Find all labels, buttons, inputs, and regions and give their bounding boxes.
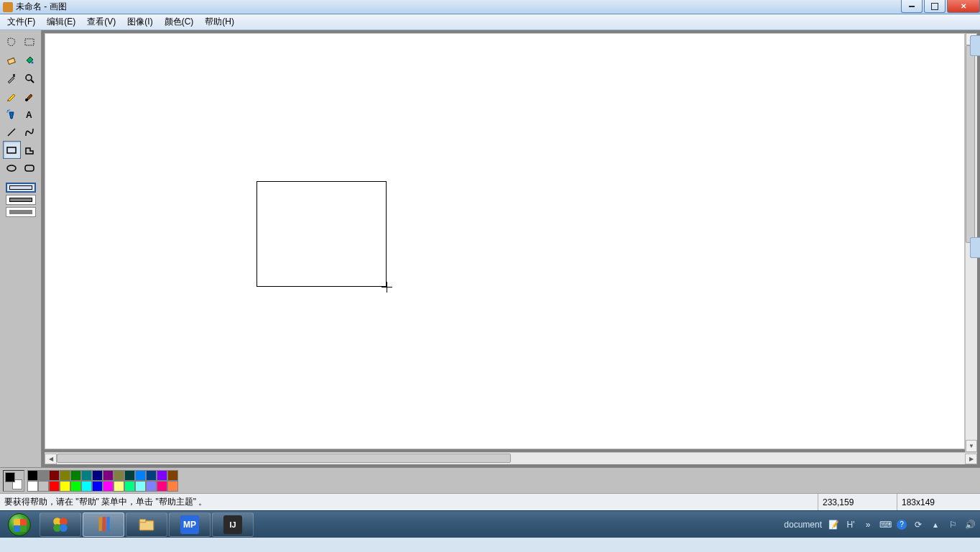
line-tool[interactable] — [3, 123, 21, 141]
toolbar-overflow-tab-2[interactable] — [970, 237, 980, 258]
color-swatch[interactable] — [103, 470, 114, 481]
color-swatch[interactable] — [60, 481, 70, 492]
menu-image[interactable]: 图像(I) — [121, 14, 158, 30]
color-swatch[interactable] — [27, 470, 38, 481]
magnifier-icon — [24, 73, 35, 84]
fill-style-options — [6, 183, 36, 217]
curve-icon — [24, 126, 35, 138]
color-swatch[interactable] — [135, 481, 146, 492]
status-size: 183x149 — [897, 494, 976, 510]
tray-flag-icon[interactable]: ⚐ — [947, 519, 958, 530]
svg-point-14 — [7, 165, 16, 171]
foreground-color[interactable] — [5, 472, 15, 482]
color-swatch[interactable] — [124, 481, 135, 492]
tray-sync-icon[interactable]: ⟳ — [912, 519, 924, 530]
maximize-button[interactable] — [924, 0, 946, 13]
rect-select-icon — [24, 37, 35, 48]
color-swatch[interactable] — [38, 481, 49, 492]
minimize-button[interactable] — [901, 0, 923, 13]
tray-chevron-icon[interactable]: ▴ — [930, 519, 941, 530]
menu-file[interactable]: 文件(F) — [1, 14, 41, 30]
svg-rect-4 — [13, 74, 15, 77]
pencil-tool[interactable] — [3, 87, 21, 105]
taskbar-paint[interactable] — [83, 512, 124, 537]
color-swatch[interactable] — [114, 481, 124, 492]
magnifier-tool[interactable] — [21, 69, 39, 87]
color-swatch[interactable] — [146, 481, 157, 492]
color-swatch[interactable] — [146, 470, 157, 481]
color-swatch[interactable] — [81, 470, 92, 481]
polygon-tool[interactable] — [21, 141, 39, 159]
brush-tool[interactable] — [21, 87, 39, 105]
color-swatch[interactable] — [157, 481, 167, 492]
tray-document-label: document — [784, 520, 822, 530]
rect-select-tool[interactable] — [21, 33, 39, 51]
toolbar-overflow-tab[interactable] — [970, 35, 980, 56]
ellipse-icon — [6, 162, 17, 174]
tray-volume-icon[interactable]: 🔊 — [964, 519, 976, 530]
scroll-right-icon[interactable]: ▶ — [965, 454, 977, 464]
menu-color[interactable]: 颜色(C) — [159, 14, 200, 30]
taskbar-ij[interactable]: IJ — [212, 512, 254, 537]
tray-overflow-icon[interactable]: » — [862, 519, 874, 530]
color-swatch[interactable] — [60, 470, 70, 481]
fill-style-outline[interactable] — [6, 183, 36, 193]
color-swatch[interactable] — [157, 470, 167, 481]
ellipse-tool[interactable] — [3, 159, 21, 177]
polygon-icon — [24, 144, 35, 156]
fill-style-solid[interactable] — [6, 207, 36, 217]
rounded-rect-tool[interactable] — [21, 159, 39, 177]
tray-ime-icon[interactable]: H' — [845, 519, 856, 530]
color-swatch[interactable] — [49, 470, 60, 481]
rectangle-tool[interactable] — [3, 141, 21, 159]
horizontal-scrollbar[interactable]: ◀ ▶ — [45, 452, 977, 464]
canvas[interactable] — [45, 34, 964, 448]
color-swatch[interactable] — [167, 470, 178, 481]
color-swatch[interactable] — [92, 470, 103, 481]
canvas-container: ▲ ▼ ◀ ▶ — [42, 30, 980, 467]
color-swatch[interactable] — [81, 481, 92, 492]
scroll-down-icon[interactable]: ▼ — [966, 440, 977, 452]
color-swatch[interactable] — [167, 481, 178, 492]
fill-style-outline-fill[interactable] — [6, 195, 36, 205]
picker-tool[interactable] — [3, 69, 21, 87]
eraser-tool[interactable] — [3, 51, 21, 69]
color-swatch[interactable] — [124, 470, 135, 481]
color-swatch[interactable] — [70, 470, 81, 481]
rounded-rect-icon — [24, 162, 35, 174]
toolbox: A — [0, 30, 42, 467]
menu-edit[interactable]: 编辑(E) — [41, 14, 81, 30]
menu-view[interactable]: 查看(V) — [81, 14, 121, 30]
system-tray: document 📝 H' » ⌨ ? ⟳ ▴ ⚐ 🔊 — [784, 519, 980, 530]
color-swatch[interactable] — [49, 481, 60, 492]
text-tool[interactable]: A — [21, 105, 39, 123]
curve-tool[interactable] — [21, 123, 39, 141]
taskbar-explorer[interactable] — [126, 512, 167, 537]
color-swatch[interactable] — [92, 481, 103, 492]
fill-tool[interactable] — [21, 51, 39, 69]
color-swatch[interactable] — [135, 470, 146, 481]
tray-help-icon[interactable]: ? — [897, 520, 907, 530]
color-swatch[interactable] — [38, 470, 49, 481]
tray-note-icon[interactable]: 📝 — [828, 519, 839, 530]
brush-icon — [24, 91, 35, 102]
close-button[interactable] — [947, 0, 980, 13]
taskbar-app-1[interactable] — [40, 512, 81, 537]
color-swatch[interactable] — [70, 481, 81, 492]
free-select-tool[interactable] — [3, 33, 21, 51]
canvas-viewport — [45, 33, 965, 449]
status-bar: 要获得帮助，请在 "帮助" 菜单中，单击 "帮助主题" 。 233,159 18… — [0, 493, 980, 510]
menu-help[interactable]: 帮助(H) — [199, 14, 240, 30]
scroll-left-icon[interactable]: ◀ — [45, 454, 57, 464]
tray-keyboard-icon[interactable]: ⌨ — [879, 519, 891, 530]
color-swatch[interactable] — [103, 481, 114, 492]
color-swatch[interactable] — [114, 470, 124, 481]
hscroll-thumb[interactable] — [57, 454, 511, 463]
taskbar-mp[interactable]: MP — [169, 512, 211, 537]
airbrush-tool[interactable] — [3, 105, 21, 123]
vscroll-thumb[interactable] — [966, 45, 975, 243]
color-swatch[interactable] — [27, 481, 38, 492]
start-button[interactable] — [0, 511, 39, 538]
current-colors[interactable] — [3, 470, 24, 492]
color-palette — [27, 470, 178, 492]
